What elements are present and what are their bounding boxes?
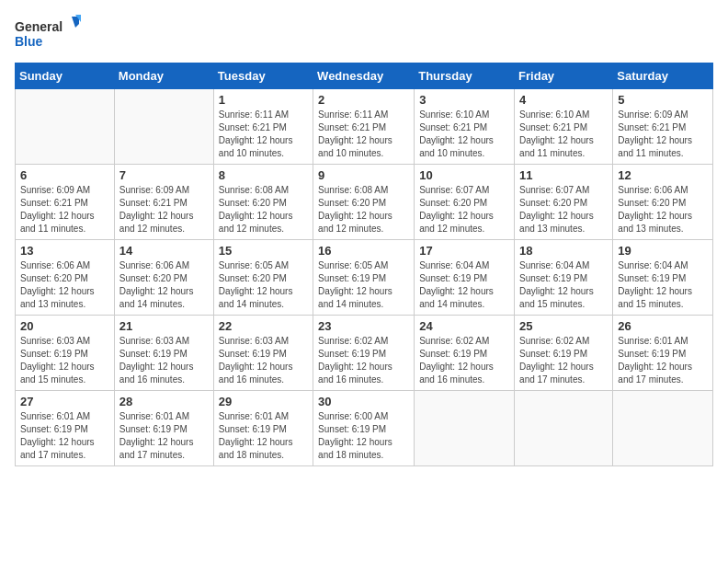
day-number: 25: [519, 319, 608, 333]
calendar-cell: 3Sunrise: 6:10 AM Sunset: 6:21 PM Daylig…: [415, 89, 515, 165]
day-number: 10: [419, 168, 509, 182]
day-number: 4: [519, 93, 608, 107]
day-number: 16: [318, 244, 409, 258]
day-number: 11: [519, 168, 608, 182]
calendar-cell: 18Sunrise: 6:04 AM Sunset: 6:19 PM Dayli…: [515, 240, 613, 316]
day-number: 5: [618, 93, 708, 107]
logo-svg: General Blue: [15, 15, 81, 52]
day-info: Sunrise: 6:06 AM Sunset: 6:20 PM Dayligh…: [20, 259, 109, 311]
calendar-cell: 16Sunrise: 6:05 AM Sunset: 6:19 PM Dayli…: [313, 240, 415, 316]
day-number: 2: [318, 93, 409, 107]
calendar-week-2: 6Sunrise: 6:09 AM Sunset: 6:21 PM Daylig…: [16, 165, 713, 240]
calendar-week-3: 13Sunrise: 6:06 AM Sunset: 6:20 PM Dayli…: [16, 240, 713, 316]
day-number: 29: [219, 395, 308, 408]
calendar-cell: [415, 391, 515, 466]
svg-marker-1: [72, 17, 79, 28]
weekday-header-saturday: Saturday: [613, 63, 713, 89]
day-info: Sunrise: 6:01 AM Sunset: 6:19 PM Dayligh…: [119, 410, 209, 462]
calendar-cell: 10Sunrise: 6:07 AM Sunset: 6:20 PM Dayli…: [415, 165, 515, 240]
calendar-cell: [16, 89, 115, 165]
calendar-cell: 22Sunrise: 6:03 AM Sunset: 6:19 PM Dayli…: [213, 316, 313, 391]
day-number: 23: [318, 319, 409, 333]
calendar-cell: 26Sunrise: 6:01 AM Sunset: 6:19 PM Dayli…: [613, 316, 713, 391]
day-info: Sunrise: 6:11 AM Sunset: 6:21 PM Dayligh…: [318, 109, 409, 160]
day-info: Sunrise: 6:09 AM Sunset: 6:21 PM Dayligh…: [618, 109, 708, 160]
header: General Blue: [15, 15, 713, 52]
calendar-cell: 1Sunrise: 6:11 AM Sunset: 6:21 PM Daylig…: [213, 89, 313, 165]
calendar-cell: 15Sunrise: 6:05 AM Sunset: 6:20 PM Dayli…: [213, 240, 313, 316]
calendar-table: SundayMondayTuesdayWednesdayThursdayFrid…: [15, 63, 713, 466]
weekday-header-tuesday: Tuesday: [213, 63, 313, 89]
calendar-cell: 5Sunrise: 6:09 AM Sunset: 6:21 PM Daylig…: [613, 89, 713, 165]
day-number: 28: [119, 395, 209, 408]
day-number: 7: [119, 168, 209, 182]
calendar-cell: 21Sunrise: 6:03 AM Sunset: 6:19 PM Dayli…: [114, 316, 213, 391]
calendar-cell: 8Sunrise: 6:08 AM Sunset: 6:20 PM Daylig…: [213, 165, 313, 240]
day-number: 21: [119, 319, 209, 333]
day-info: Sunrise: 6:04 AM Sunset: 6:19 PM Dayligh…: [419, 259, 509, 311]
day-info: Sunrise: 6:03 AM Sunset: 6:19 PM Dayligh…: [219, 335, 308, 386]
day-number: 30: [318, 395, 409, 408]
day-info: Sunrise: 6:10 AM Sunset: 6:21 PM Dayligh…: [419, 109, 509, 160]
weekday-header-sunday: Sunday: [16, 63, 115, 89]
day-info: Sunrise: 6:09 AM Sunset: 6:21 PM Dayligh…: [20, 184, 109, 236]
logo: General Blue: [15, 15, 81, 52]
calendar-cell: 7Sunrise: 6:09 AM Sunset: 6:21 PM Daylig…: [114, 165, 213, 240]
day-info: Sunrise: 6:07 AM Sunset: 6:20 PM Dayligh…: [519, 184, 608, 236]
day-number: 6: [20, 168, 109, 182]
day-info: Sunrise: 6:05 AM Sunset: 6:20 PM Dayligh…: [219, 259, 308, 311]
calendar-week-4: 20Sunrise: 6:03 AM Sunset: 6:19 PM Dayli…: [16, 316, 713, 391]
day-number: 22: [219, 319, 308, 333]
calendar-cell: 29Sunrise: 6:01 AM Sunset: 6:19 PM Dayli…: [213, 391, 313, 466]
calendar-cell: 14Sunrise: 6:06 AM Sunset: 6:20 PM Dayli…: [114, 240, 213, 316]
day-number: 1: [219, 93, 308, 107]
day-number: 14: [119, 244, 209, 258]
weekday-header-wednesday: Wednesday: [313, 63, 415, 89]
svg-text:Blue: Blue: [15, 34, 43, 49]
day-number: 18: [519, 244, 608, 258]
day-info: Sunrise: 6:03 AM Sunset: 6:19 PM Dayligh…: [119, 335, 209, 386]
calendar-header-row: SundayMondayTuesdayWednesdayThursdayFrid…: [16, 63, 713, 89]
day-info: Sunrise: 6:01 AM Sunset: 6:19 PM Dayligh…: [618, 335, 708, 386]
calendar-cell: 6Sunrise: 6:09 AM Sunset: 6:21 PM Daylig…: [16, 165, 115, 240]
calendar-cell: 12Sunrise: 6:06 AM Sunset: 6:20 PM Dayli…: [613, 165, 713, 240]
calendar-cell: [515, 391, 613, 466]
calendar-cell: 20Sunrise: 6:03 AM Sunset: 6:19 PM Dayli…: [16, 316, 115, 391]
calendar-cell: 25Sunrise: 6:02 AM Sunset: 6:19 PM Dayli…: [515, 316, 613, 391]
calendar-body: 1Sunrise: 6:11 AM Sunset: 6:21 PM Daylig…: [16, 89, 713, 466]
day-info: Sunrise: 6:06 AM Sunset: 6:20 PM Dayligh…: [119, 259, 209, 311]
day-info: Sunrise: 6:11 AM Sunset: 6:21 PM Dayligh…: [219, 109, 308, 160]
day-info: Sunrise: 6:01 AM Sunset: 6:19 PM Dayligh…: [20, 410, 109, 462]
calendar-cell: 19Sunrise: 6:04 AM Sunset: 6:19 PM Dayli…: [613, 240, 713, 316]
calendar-cell: 17Sunrise: 6:04 AM Sunset: 6:19 PM Dayli…: [415, 240, 515, 316]
calendar-cell: 24Sunrise: 6:02 AM Sunset: 6:19 PM Dayli…: [415, 316, 515, 391]
day-number: 26: [618, 319, 708, 333]
weekday-header-thursday: Thursday: [415, 63, 515, 89]
day-number: 8: [219, 168, 308, 182]
calendar-cell: 28Sunrise: 6:01 AM Sunset: 6:19 PM Dayli…: [114, 391, 213, 466]
day-info: Sunrise: 6:08 AM Sunset: 6:20 PM Dayligh…: [318, 184, 409, 236]
day-info: Sunrise: 6:07 AM Sunset: 6:20 PM Dayligh…: [419, 184, 509, 236]
day-info: Sunrise: 6:09 AM Sunset: 6:21 PM Dayligh…: [119, 184, 209, 236]
calendar-cell: 4Sunrise: 6:10 AM Sunset: 6:21 PM Daylig…: [515, 89, 613, 165]
day-number: 19: [618, 244, 708, 258]
day-info: Sunrise: 6:00 AM Sunset: 6:19 PM Dayligh…: [318, 410, 409, 462]
day-info: Sunrise: 6:10 AM Sunset: 6:21 PM Dayligh…: [519, 109, 608, 160]
day-info: Sunrise: 6:03 AM Sunset: 6:19 PM Dayligh…: [20, 335, 109, 386]
day-number: 9: [318, 168, 409, 182]
day-number: 13: [20, 244, 109, 258]
calendar-cell: [613, 391, 713, 466]
day-info: Sunrise: 6:01 AM Sunset: 6:19 PM Dayligh…: [219, 410, 308, 462]
day-number: 15: [219, 244, 308, 258]
day-info: Sunrise: 6:06 AM Sunset: 6:20 PM Dayligh…: [618, 184, 708, 236]
calendar-cell: 23Sunrise: 6:02 AM Sunset: 6:19 PM Dayli…: [313, 316, 415, 391]
weekday-header-friday: Friday: [515, 63, 613, 89]
day-info: Sunrise: 6:05 AM Sunset: 6:19 PM Dayligh…: [318, 259, 409, 311]
day-number: 20: [20, 319, 109, 333]
calendar-week-1: 1Sunrise: 6:11 AM Sunset: 6:21 PM Daylig…: [16, 89, 713, 165]
calendar-cell: 11Sunrise: 6:07 AM Sunset: 6:20 PM Dayli…: [515, 165, 613, 240]
calendar-cell: 27Sunrise: 6:01 AM Sunset: 6:19 PM Dayli…: [16, 391, 115, 466]
day-info: Sunrise: 6:02 AM Sunset: 6:19 PM Dayligh…: [519, 335, 608, 386]
calendar-cell: 13Sunrise: 6:06 AM Sunset: 6:20 PM Dayli…: [16, 240, 115, 316]
day-info: Sunrise: 6:04 AM Sunset: 6:19 PM Dayligh…: [519, 259, 608, 311]
